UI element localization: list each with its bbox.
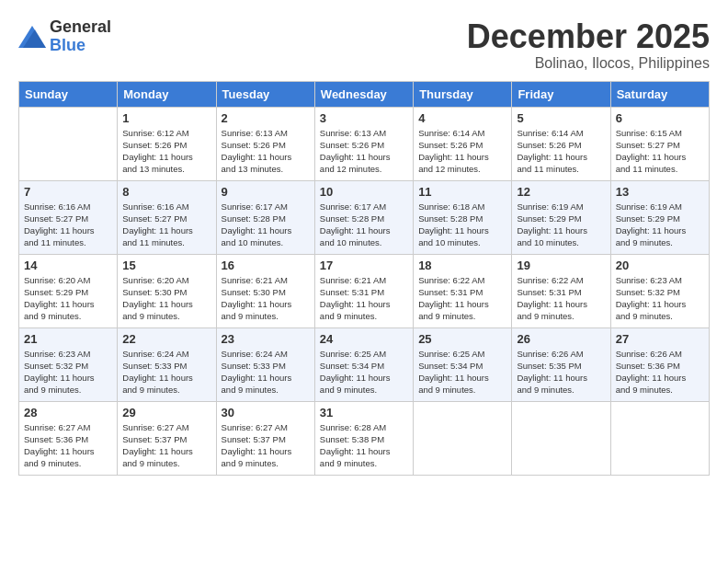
day-number: 24	[320, 332, 408, 346]
day-info: Sunrise: 6:20 AMSunset: 5:30 PMDaylight:…	[122, 274, 210, 323]
day-number: 19	[517, 259, 605, 272]
logo: General Blue	[18, 18, 111, 55]
day-info: Sunrise: 6:24 AMSunset: 5:33 PMDaylight:…	[222, 348, 310, 396]
day-info: Sunrise: 6:13 AMSunset: 5:26 PMDaylight:…	[222, 127, 310, 176]
calendar-cell	[610, 401, 709, 475]
day-info: Sunrise: 6:28 AMSunset: 5:38 PMDaylight:…	[320, 421, 408, 470]
calendar-cell: 25Sunrise: 6:25 AMSunset: 5:34 PMDayligh…	[414, 327, 512, 401]
day-number: 6	[616, 111, 704, 125]
calendar-cell: 5Sunrise: 6:14 AMSunset: 5:26 PMDaylight…	[512, 107, 610, 180]
day-number: 20	[616, 259, 704, 272]
calendar-cell: 30Sunrise: 6:27 AMSunset: 5:37 PMDayligh…	[216, 401, 314, 475]
title-block: December 2025 Bolinao, Ilocos, Philippin…	[467, 18, 710, 72]
calendar-cell	[19, 107, 118, 180]
day-number: 11	[418, 185, 506, 199]
day-number: 5	[517, 111, 605, 125]
calendar-cell: 4Sunrise: 6:14 AMSunset: 5:26 PMDaylight…	[414, 107, 512, 180]
calendar-cell: 28Sunrise: 6:27 AMSunset: 5:36 PMDayligh…	[19, 401, 118, 475]
week-row-1: 1Sunrise: 6:12 AMSunset: 5:26 PMDaylight…	[19, 107, 710, 180]
day-number: 2	[222, 111, 310, 125]
day-number: 12	[517, 185, 605, 199]
calendar-cell	[414, 401, 512, 475]
calendar-cell: 9Sunrise: 6:17 AMSunset: 5:28 PMDaylight…	[216, 180, 314, 254]
calendar-body: 1Sunrise: 6:12 AMSunset: 5:26 PMDaylight…	[19, 107, 710, 475]
calendar-cell: 18Sunrise: 6:22 AMSunset: 5:31 PMDayligh…	[414, 254, 512, 327]
day-number: 25	[418, 332, 506, 346]
location: Bolinao, Ilocos, Philippines	[467, 55, 710, 72]
day-info: Sunrise: 6:23 AMSunset: 5:32 PMDaylight:…	[24, 348, 112, 396]
calendar-header: SundayMondayTuesdayWednesdayThursdayFrid…	[19, 81, 710, 107]
day-number: 14	[24, 259, 112, 272]
day-info: Sunrise: 6:22 AMSunset: 5:31 PMDaylight:…	[517, 274, 605, 323]
calendar-cell: 27Sunrise: 6:26 AMSunset: 5:36 PMDayligh…	[610, 327, 709, 401]
day-info: Sunrise: 6:18 AMSunset: 5:28 PMDaylight:…	[418, 201, 506, 249]
day-info: Sunrise: 6:27 AMSunset: 5:37 PMDaylight:…	[122, 421, 210, 470]
calendar-table: SundayMondayTuesdayWednesdayThursdayFrid…	[18, 81, 710, 476]
page-header: General Blue December 2025 Bolinao, Iloc…	[18, 18, 710, 72]
calendar-cell: 16Sunrise: 6:21 AMSunset: 5:30 PMDayligh…	[216, 254, 314, 327]
calendar-cell: 10Sunrise: 6:17 AMSunset: 5:28 PMDayligh…	[314, 180, 413, 254]
day-number: 27	[616, 332, 704, 346]
calendar-cell: 7Sunrise: 6:16 AMSunset: 5:27 PMDaylight…	[19, 180, 118, 254]
day-info: Sunrise: 6:16 AMSunset: 5:27 PMDaylight:…	[24, 201, 112, 249]
week-row-5: 28Sunrise: 6:27 AMSunset: 5:36 PMDayligh…	[19, 401, 710, 475]
day-info: Sunrise: 6:25 AMSunset: 5:34 PMDaylight:…	[418, 348, 506, 396]
calendar-cell: 20Sunrise: 6:23 AMSunset: 5:32 PMDayligh…	[610, 254, 709, 327]
header-monday: Monday	[118, 81, 216, 107]
calendar-cell: 14Sunrise: 6:20 AMSunset: 5:29 PMDayligh…	[19, 254, 118, 327]
calendar-cell: 15Sunrise: 6:20 AMSunset: 5:30 PMDayligh…	[118, 254, 216, 327]
day-info: Sunrise: 6:27 AMSunset: 5:37 PMDaylight:…	[222, 421, 310, 470]
day-info: Sunrise: 6:20 AMSunset: 5:29 PMDaylight:…	[24, 274, 112, 323]
day-info: Sunrise: 6:26 AMSunset: 5:35 PMDaylight:…	[517, 348, 605, 396]
day-info: Sunrise: 6:22 AMSunset: 5:31 PMDaylight:…	[418, 274, 506, 323]
day-info: Sunrise: 6:17 AMSunset: 5:28 PMDaylight:…	[222, 201, 310, 249]
day-info: Sunrise: 6:19 AMSunset: 5:29 PMDaylight:…	[616, 201, 704, 249]
calendar-cell: 26Sunrise: 6:26 AMSunset: 5:35 PMDayligh…	[512, 327, 610, 401]
day-number: 9	[222, 185, 310, 199]
calendar-cell	[512, 401, 610, 475]
calendar-cell: 21Sunrise: 6:23 AMSunset: 5:32 PMDayligh…	[19, 327, 118, 401]
day-number: 23	[222, 332, 310, 346]
day-number: 18	[418, 259, 506, 272]
day-info: Sunrise: 6:17 AMSunset: 5:28 PMDaylight:…	[320, 201, 408, 249]
month-title: December 2025	[467, 18, 710, 55]
header-wednesday: Wednesday	[314, 81, 413, 107]
week-row-4: 21Sunrise: 6:23 AMSunset: 5:32 PMDayligh…	[19, 327, 710, 401]
day-number: 16	[222, 259, 310, 272]
day-number: 22	[122, 332, 210, 346]
day-info: Sunrise: 6:21 AMSunset: 5:31 PMDaylight:…	[320, 274, 408, 323]
day-number: 30	[222, 406, 310, 419]
day-info: Sunrise: 6:13 AMSunset: 5:26 PMDaylight:…	[320, 127, 408, 176]
day-info: Sunrise: 6:27 AMSunset: 5:36 PMDaylight:…	[24, 421, 112, 470]
logo-text: General Blue	[50, 18, 111, 55]
day-info: Sunrise: 6:19 AMSunset: 5:29 PMDaylight:…	[517, 201, 605, 249]
day-number: 3	[320, 111, 408, 125]
day-number: 10	[320, 185, 408, 199]
day-number: 29	[122, 406, 210, 419]
week-row-3: 14Sunrise: 6:20 AMSunset: 5:29 PMDayligh…	[19, 254, 710, 327]
day-number: 4	[418, 111, 506, 125]
calendar-cell: 11Sunrise: 6:18 AMSunset: 5:28 PMDayligh…	[414, 180, 512, 254]
day-info: Sunrise: 6:12 AMSunset: 5:26 PMDaylight:…	[122, 127, 210, 176]
calendar-cell: 17Sunrise: 6:21 AMSunset: 5:31 PMDayligh…	[314, 254, 413, 327]
calendar-cell: 2Sunrise: 6:13 AMSunset: 5:26 PMDaylight…	[216, 107, 314, 180]
calendar-cell: 22Sunrise: 6:24 AMSunset: 5:33 PMDayligh…	[118, 327, 216, 401]
calendar-cell: 19Sunrise: 6:22 AMSunset: 5:31 PMDayligh…	[512, 254, 610, 327]
day-info: Sunrise: 6:21 AMSunset: 5:30 PMDaylight:…	[222, 274, 310, 323]
calendar-cell: 13Sunrise: 6:19 AMSunset: 5:29 PMDayligh…	[610, 180, 709, 254]
header-saturday: Saturday	[610, 81, 709, 107]
day-info: Sunrise: 6:23 AMSunset: 5:32 PMDaylight:…	[616, 274, 704, 323]
header-tuesday: Tuesday	[216, 81, 314, 107]
day-info: Sunrise: 6:14 AMSunset: 5:26 PMDaylight:…	[418, 127, 506, 176]
day-number: 26	[517, 332, 605, 346]
calendar-cell: 3Sunrise: 6:13 AMSunset: 5:26 PMDaylight…	[314, 107, 413, 180]
day-number: 17	[320, 259, 408, 272]
header-sunday: Sunday	[19, 81, 118, 107]
day-info: Sunrise: 6:15 AMSunset: 5:27 PMDaylight:…	[616, 127, 704, 176]
day-info: Sunrise: 6:26 AMSunset: 5:36 PMDaylight:…	[616, 348, 704, 396]
calendar-cell: 23Sunrise: 6:24 AMSunset: 5:33 PMDayligh…	[216, 327, 314, 401]
day-number: 7	[24, 185, 112, 199]
calendar-cell: 8Sunrise: 6:16 AMSunset: 5:27 PMDaylight…	[118, 180, 216, 254]
day-info: Sunrise: 6:25 AMSunset: 5:34 PMDaylight:…	[320, 348, 408, 396]
day-number: 13	[616, 185, 704, 199]
